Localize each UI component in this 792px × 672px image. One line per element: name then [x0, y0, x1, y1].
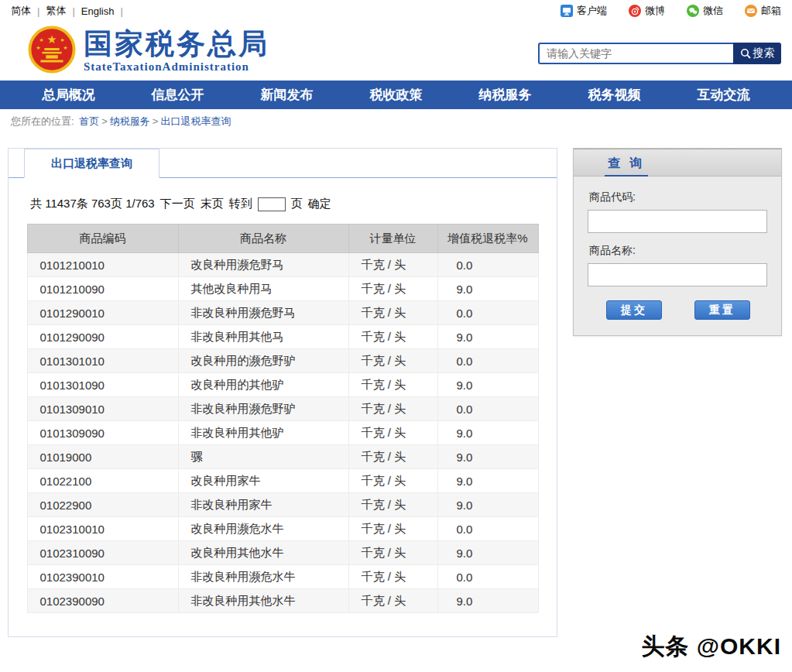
query-panel-title: 查 询 — [605, 149, 648, 177]
product-name-input[interactable] — [588, 263, 767, 286]
client-icon — [561, 5, 573, 17]
rate-cell: 0.0 — [437, 565, 538, 589]
topbar-link-label: 邮箱 — [761, 4, 781, 18]
rate-cell: 0.0 — [437, 517, 538, 541]
topbar-link-label: 客户端 — [577, 4, 607, 18]
language-option[interactable]: 繁体 — [46, 4, 66, 18]
watermark: 头条 @OKKI — [641, 631, 781, 663]
search-button-label: 搜索 — [753, 46, 775, 60]
site-title: 国家税务总局 — [84, 29, 269, 60]
separator: | — [72, 5, 74, 17]
name-cell: 改良种用濒危水牛 — [178, 517, 348, 541]
breadcrumb-link[interactable]: 首页 — [79, 115, 99, 127]
column-header: 商品名称 — [178, 225, 348, 253]
rate-cell: 0.0 — [437, 253, 538, 277]
product-code-label: 商品代码: — [589, 190, 767, 204]
last-page-link[interactable]: 末页 — [201, 197, 224, 211]
separator: > — [153, 115, 159, 127]
query-panel-body: 商品代码: 商品名称: 提交 重置 — [574, 177, 781, 335]
next-page-link[interactable]: 下一页 — [160, 197, 195, 211]
code-cell: 0101301010 — [27, 349, 178, 373]
tab-export-rebate-query[interactable]: 出口退税率查询 — [24, 149, 159, 178]
rate-cell: 9.0 — [437, 421, 538, 445]
site-search-input[interactable] — [538, 43, 733, 64]
unit-cell: 千克 / 头 — [348, 565, 437, 589]
table-row: 01022100改良种用家牛千克 / 头9.0 — [27, 469, 538, 493]
name-cell: 改良种用的其他驴 — [178, 373, 348, 397]
code-cell: 0102310010 — [27, 517, 178, 541]
wechat-link[interactable]: 微信 — [687, 4, 723, 18]
column-header: 计量单位 — [348, 225, 437, 253]
column-header: 商品编码 — [27, 225, 178, 253]
mail-link[interactable]: 邮箱 — [745, 4, 781, 18]
confirm-goto-button[interactable]: 确定 — [308, 197, 331, 211]
pagination: 共 11437条 763页 1/763 下一页 末页 转到 页 确定 — [30, 197, 557, 211]
nav-item[interactable]: 总局概况 — [32, 81, 106, 109]
breadcrumb-prefix: 您所在的位置: — [11, 115, 74, 127]
table-row: 0101301010改良种用的濒危野驴千克 / 头0.0 — [27, 349, 538, 373]
wechat-icon — [687, 5, 699, 17]
svg-text:★: ★ — [60, 37, 65, 43]
name-cell: 改良种用的濒危野驴 — [178, 349, 348, 373]
code-cell: 0101309010 — [27, 397, 178, 421]
language-option[interactable]: 简体 — [11, 4, 31, 18]
weibo-icon — [629, 5, 641, 17]
product-code-input[interactable] — [588, 210, 767, 233]
rate-cell: 9.0 — [437, 277, 538, 301]
table-row: 0101210010改良种用濒危野马千克 / 头0.0 — [27, 253, 538, 277]
query-buttons: 提交 重置 — [588, 293, 767, 320]
unit-cell: 千克 / 头 — [348, 397, 437, 421]
table-row: 0102390090非改良种用其他水牛千克 / 头9.0 — [27, 589, 538, 613]
topbar-link-label: 微博 — [645, 4, 665, 18]
weibo-link[interactable]: 微博 — [629, 4, 665, 18]
language-switcher: 简体|繁体|English| — [11, 4, 123, 18]
table-row: 0102390010非改良种用濒危水牛千克 / 头0.0 — [27, 565, 538, 589]
separator: > — [101, 115, 108, 127]
name-cell: 非改良种用其他驴 — [178, 421, 348, 445]
query-panel: 查 询 商品代码: 商品名称: 提交 重置 — [573, 148, 782, 336]
results-panel: 出口退税率查询 共 11437条 763页 1/763 下一页 末页 转到 页 … — [8, 148, 557, 637]
svg-text:★: ★ — [63, 45, 67, 50]
pagination-summary: 共 11437条 763页 1/763 — [30, 197, 155, 211]
nav-item[interactable]: 税收政策 — [359, 81, 434, 109]
nav-item[interactable]: 互动交流 — [687, 81, 761, 109]
unit-cell: 千克 / 头 — [348, 325, 437, 349]
nav-item[interactable]: 纳税服务 — [468, 81, 543, 109]
unit-cell: 千克 / 头 — [348, 517, 437, 541]
rate-cell: 0.0 — [437, 301, 538, 325]
table-row: 0101301090改良种用的其他驴千克 / 头9.0 — [27, 373, 538, 397]
breadcrumb-link[interactable]: 纳税服务 — [110, 115, 150, 127]
table-row: 0102310090改良种用其他水牛千克 / 头9.0 — [27, 541, 538, 565]
unit-cell: 千克 / 头 — [348, 493, 437, 517]
goto-page-input[interactable] — [258, 197, 286, 211]
national-emblem-logo: ★ ★ ★ ★ ★ — [28, 26, 76, 77]
rate-cell: 9.0 — [437, 469, 538, 493]
topbar-links: 客户端微博微信邮箱 — [561, 4, 781, 18]
rate-cell: 9.0 — [437, 373, 538, 397]
site-subtitle: StateTaxationAdministration — [84, 60, 269, 74]
table-row: 0101290010非改良种用濒危野马千克 / 头0.0 — [27, 301, 538, 325]
unit-cell: 千克 / 头 — [348, 301, 437, 325]
table-row: 0101309090非改良种用其他驴千克 / 头9.0 — [27, 421, 538, 445]
unit-cell: 千克 / 头 — [348, 277, 437, 301]
submit-button[interactable]: 提交 — [606, 300, 662, 320]
breadcrumb-link[interactable]: 出口退税率查询 — [160, 115, 231, 127]
client-link[interactable]: 客户端 — [561, 4, 607, 18]
unit-cell: 千克 / 头 — [348, 421, 437, 445]
table-row: 0101309010非改良种用濒危野驴千克 / 头0.0 — [27, 397, 538, 421]
unit-cell: 千克 / 头 — [348, 541, 437, 565]
language-option[interactable]: English — [81, 5, 115, 17]
mail-icon — [745, 5, 757, 17]
code-cell: 0101290010 — [27, 301, 178, 325]
site-search-button[interactable]: 搜索 — [733, 43, 781, 64]
code-cell: 01022100 — [27, 469, 178, 493]
rate-cell: 9.0 — [437, 493, 538, 517]
nav-item[interactable]: 信息公开 — [141, 81, 215, 109]
unit-cell: 千克 / 头 — [348, 349, 437, 373]
query-panel-header: 查 询 — [574, 149, 781, 177]
name-cell: 改良种用濒危野马 — [178, 253, 348, 277]
nav-item[interactable]: 新闻发布 — [250, 81, 324, 109]
nav-item[interactable]: 税务视频 — [578, 81, 652, 109]
code-cell: 0101290090 — [27, 325, 178, 349]
reset-button[interactable]: 重置 — [694, 300, 750, 320]
